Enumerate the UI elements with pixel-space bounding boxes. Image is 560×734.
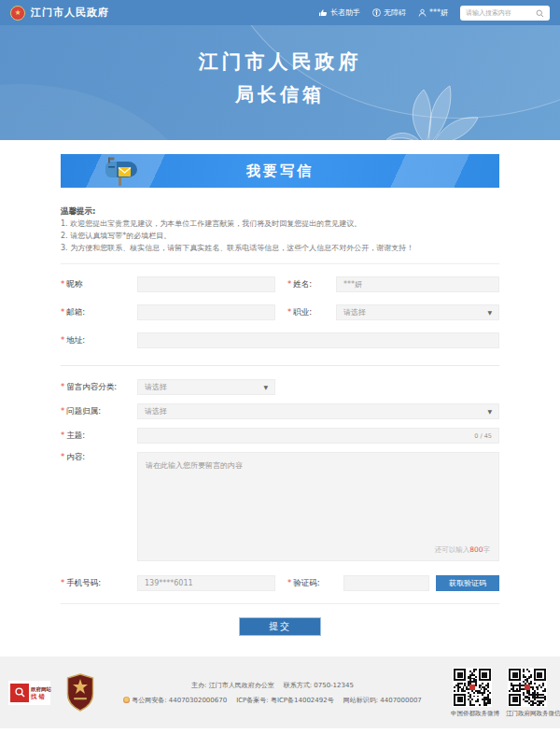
content-placeholder: 请在此输入您所要留言的内容: [146, 461, 243, 470]
content-textarea[interactable]: 请在此输入您所要留言的内容 还可以输入800字: [137, 452, 499, 561]
hero-header: 江门市人民政府 局长信箱: [0, 25, 560, 140]
wechat-qr-caption: 江门政府网政务微信: [506, 710, 549, 718]
form-row-nickname-name: *昵称 *姓名: ***妍: [61, 276, 499, 292]
security-record-text[interactable]: 粤公网安备: 44070302000670: [132, 697, 227, 704]
national-emblem-icon: ★: [10, 6, 25, 21]
required-asterisk: *: [287, 279, 291, 289]
name-input[interactable]: ***妍: [336, 276, 499, 292]
form-row-belong: *问题归属: 请选择▼: [61, 403, 499, 419]
address-input[interactable]: [137, 332, 499, 348]
required-asterisk: *: [287, 578, 291, 587]
wechat-qr-code: [508, 668, 547, 707]
chevron-down-icon: ▼: [263, 384, 268, 390]
write-letter-banner: 我要写信: [61, 154, 499, 188]
host-text: 主办: 江门市人民政府办公室: [191, 682, 274, 689]
footer-host-line: 主办: 江门市人民政府办公室联系方式: 0750-12345: [94, 678, 451, 693]
accessibility-icon: [372, 8, 381, 17]
nickname-input[interactable]: [137, 276, 275, 292]
find-error-magnifier-icon: [10, 684, 29, 702]
wechat-qr-item: 江门政府网政务微信: [506, 668, 549, 718]
category-select[interactable]: 请选择▼: [137, 379, 275, 395]
weibo-qr-item: 中国侨都政务微博: [451, 668, 494, 718]
form-row-address: *地址:: [61, 332, 499, 348]
find-error-text-line1: 政府网站: [31, 685, 51, 693]
top-bar: ★ 江门市人民政府 长者助手 无障碍 ***妍 请输入搜索内容: [0, 0, 560, 25]
phone-input[interactable]: 139****6011: [137, 575, 275, 591]
contact-text: 联系方式: 0750-12345: [284, 682, 354, 689]
hero-title-line2: 局长信箱: [0, 82, 560, 107]
tip-item: 2. 请您认真填写带*的必填栏目。: [61, 230, 499, 242]
tip-item: 1. 欢迎您提出宝贵意见建议，为本单位工作建言献策，我们将及时回复您提出的意见建…: [61, 218, 499, 230]
icp-record-text[interactable]: ICP备案号: 粤ICP备14002492号: [236, 697, 334, 704]
required-asterisk: *: [61, 307, 64, 317]
elder-assistant-link[interactable]: 长者助手: [319, 7, 360, 18]
address-label: *地址:: [61, 335, 137, 346]
name-label: *姓名:: [287, 279, 336, 290]
phone-label: *手机号码:: [61, 578, 137, 589]
email-input[interactable]: [137, 304, 275, 320]
user-name-label: ***妍: [429, 7, 448, 18]
weibo-qr-caption: 中国侨都政务微博: [451, 710, 494, 718]
form-row-phone-captcha: *手机号码: 139****6011 *验证码: 获取验证码: [61, 575, 499, 591]
qr-code-group: 中国侨都政务微博 江门政府网政务微信: [451, 668, 549, 718]
form-row-subject: *主题: 0 / 45: [61, 428, 499, 444]
main-content: 我要写信 温馨提示: 1. 欢迎您提出宝贵意见建议，为本单位工作建言献策，我们将…: [0, 154, 560, 656]
mailbox-icon: [104, 157, 137, 186]
get-captcha-button[interactable]: 获取验证码: [436, 575, 499, 591]
banner-title: 我要写信: [246, 162, 314, 180]
section-divider: [61, 365, 499, 366]
captcha-input[interactable]: [343, 575, 429, 591]
tip-item: 3. 为方便和您联系、核实信息，请留下真实姓名、联系电话等信息，这些个人信息不对…: [61, 242, 499, 254]
email-label: *邮箱:: [61, 307, 137, 318]
required-asterisk: *: [287, 307, 291, 317]
helping-hand-icon: [319, 8, 328, 17]
belong-select[interactable]: 请选择▼: [137, 403, 499, 419]
tips-block: 温馨提示: 1. 欢迎您提出宝贵意见建议，为本单位工作建言献策，我们将及时回复您…: [61, 205, 499, 264]
submit-button[interactable]: 提交: [239, 617, 321, 636]
tips-heading: 温馨提示:: [61, 205, 499, 218]
chevron-down-icon: ▼: [487, 408, 492, 415]
required-asterisk: *: [61, 431, 64, 440]
content-label: *内容:: [61, 452, 137, 463]
footer-record-line: 粤公网安备: 44070302000670ICP备案号: 粤ICP备140024…: [94, 693, 451, 708]
occupation-label: *职业:: [287, 307, 336, 318]
footer: 政府网站 找错 主办: 江门市人民政府办公室联系方式: 0750-12345 粤…: [0, 656, 560, 728]
police-badge-icon: [123, 697, 130, 703]
occupation-select[interactable]: 请选择▼: [336, 304, 499, 320]
form-row-category: *留言内容分类: 请选择▼: [61, 379, 499, 395]
accessibility-link[interactable]: 无障碍: [372, 7, 406, 18]
chevron-down-icon: ▼: [487, 309, 492, 316]
find-site-error-badge[interactable]: 政府网站 找错: [8, 681, 50, 705]
required-asterisk: *: [61, 452, 64, 461]
search-placeholder: 请输入搜索内容: [466, 8, 536, 18]
required-asterisk: *: [61, 279, 64, 289]
required-asterisk: *: [61, 335, 64, 345]
site-name[interactable]: 江门市人民政府: [31, 6, 109, 20]
subject-char-counter: 0 / 45: [474, 432, 492, 440]
subject-input[interactable]: 0 / 45: [137, 428, 499, 444]
form-row-content: *内容: 请在此输入您所要留言的内容 还可以输入800字: [61, 452, 499, 561]
footer-info: 主办: 江门市人民政府办公室联系方式: 0750-12345 粤公网安备: 44…: [94, 678, 451, 708]
form-row-email-occupation: *邮箱: *职业: 请选择▼: [61, 304, 499, 320]
subject-label: *主题:: [61, 431, 137, 442]
letter-form: *昵称 *姓名: ***妍 *邮箱: *职业: 请选择▼ *地址: *留言内容分…: [61, 276, 499, 656]
search-icon[interactable]: [536, 4, 544, 21]
nickname-label: *昵称: [61, 279, 137, 290]
required-asterisk: *: [61, 578, 64, 587]
site-code-text: 网站标识码: 4407000007: [343, 697, 422, 704]
accessibility-label: 无障碍: [384, 7, 406, 18]
category-label: *留言内容分类:: [61, 382, 137, 393]
required-asterisk: *: [61, 406, 64, 416]
find-error-text-line2: 找错: [31, 693, 51, 700]
search-input[interactable]: 请输入搜索内容: [460, 6, 550, 21]
weibo-qr-code: [453, 668, 492, 707]
captcha-label: *验证码:: [287, 578, 336, 589]
required-asterisk: *: [61, 382, 64, 391]
hero-title-line1: 江门市人民政府: [0, 25, 560, 75]
user-account-link[interactable]: ***妍: [418, 7, 448, 18]
content-char-counter: 还可以输入800字: [435, 545, 490, 555]
user-icon: [418, 8, 427, 17]
elder-assistant-label: 长者助手: [330, 7, 360, 18]
submit-row: 提交: [61, 603, 499, 656]
government-shield-badge-icon[interactable]: [66, 673, 94, 712]
